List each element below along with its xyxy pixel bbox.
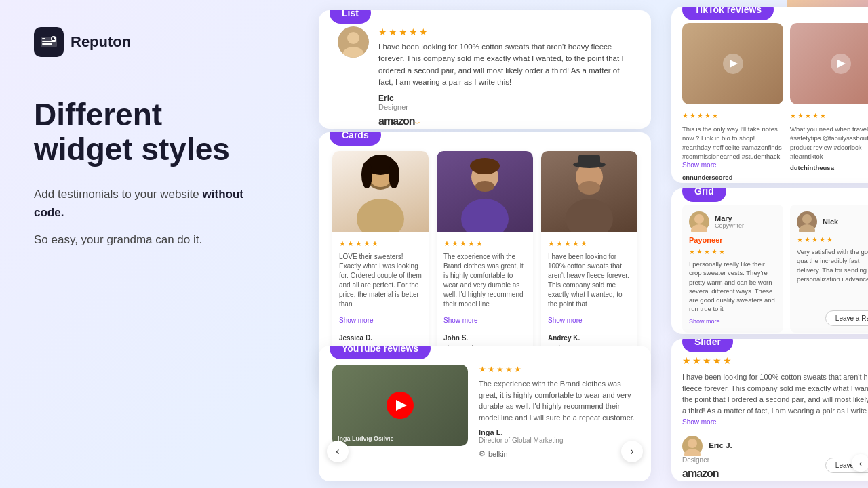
slider-avatar <box>682 436 703 456</box>
slider-nav: ‹ › <box>852 454 868 472</box>
tiktok-1-stars: ★ ★ ★ ★ ★ <box>682 111 783 121</box>
subtext-2: So easy, your grandma can do it. <box>34 230 251 249</box>
logo-icon <box>34 27 64 57</box>
youtube-nav-right[interactable]: › <box>621 441 643 462</box>
grid-reviewer-2-name: Nick <box>823 218 838 226</box>
card-2-stars: ★ ★ ★ ★ ★ <box>443 239 526 248</box>
list-reviewer-role: Designer <box>378 103 632 111</box>
card-person-2 <box>458 151 512 232</box>
tiktok-2-stars: ★ ★ ★ ★ ★ <box>790 111 868 121</box>
list-widget: List ★ ★ ★ ★ ★ I have been looking for 1… <box>319 10 651 129</box>
right-panel: List ★ ★ ★ ★ ★ I have been looking for 1… <box>285 0 868 488</box>
svg-rect-1 <box>42 38 45 39</box>
svg-point-14 <box>361 161 372 188</box>
card-item-2: ★ ★ ★ ★ ★ The experience with the Brand … <box>437 151 533 374</box>
grid-1-stars: ★ ★ ★ ★ ★ <box>689 248 776 256</box>
grid-review-1: Mary Copywriter Payoneer ★ ★ ★ ★ ★ I per… <box>682 205 783 333</box>
svg-point-16 <box>461 199 509 232</box>
slider-show-more[interactable]: Show more <box>682 418 717 426</box>
youtube-review-body: ★ ★ ★ ★ ★ The experience with the Brand … <box>479 365 637 458</box>
youtube-content: Inga Ludvig Osilvie ★ ★ ★ ★ ★ The experi… <box>332 365 637 458</box>
svg-rect-6 <box>52 39 55 40</box>
grid-2-stars: ★ ★ ★ ★ ★ <box>797 236 868 243</box>
youtube-brand: ⚙belkin <box>479 449 637 458</box>
grid-reviewer-1-role: Copywriter <box>715 222 744 229</box>
card-2-text: The experience with the Brand clothes wa… <box>443 252 526 309</box>
tiktok-review-2: ★ ★ ★ ★ ★ What you need when traveling #… <box>790 111 868 182</box>
grid-widget: Grid Mary Copywriter Pa <box>671 188 868 334</box>
svg-point-8 <box>347 32 359 44</box>
grid-reviewer-1-info: Mary Copywriter <box>715 214 744 229</box>
tiktok-reviews-list: ★ ★ ★ ★ ★ This is the only way I'll take… <box>682 111 868 182</box>
tiktok-thumb-2[interactable] <box>790 23 868 104</box>
subtext-1: Add testimonials to your website without… <box>34 185 251 222</box>
grid-avatar-1 <box>689 211 709 232</box>
list-content: ★ ★ ★ ★ ★ I have been looking for 100% c… <box>338 26 632 127</box>
card-item-1: ★ ★ ★ ★ ★ LOVE their sweaters! Exactly w… <box>332 151 429 374</box>
youtube-review-text: The experience with the Brand clothes wa… <box>479 378 637 423</box>
logo-text: Reputon <box>71 33 131 51</box>
tiktok-thumb-1[interactable] <box>682 23 783 104</box>
slider-widget: Slider ★ ★ ★ ★ ★ I have been looking for… <box>671 339 868 481</box>
reputon-icon <box>39 33 58 52</box>
card-item-3: ★ ★ ★ ★ ★ I have been looking for 100% c… <box>541 151 637 374</box>
svg-point-29 <box>802 214 812 224</box>
slider-stars: ★ ★ ★ ★ ★ <box>682 355 868 366</box>
play-triangle-icon <box>396 400 407 411</box>
card-3-show-more[interactable]: Show more <box>548 317 583 324</box>
list-review-body: ★ ★ ★ ★ ★ I have been looking for 100% c… <box>378 26 632 127</box>
tiktok-play-icon-1 <box>730 60 738 68</box>
play-button[interactable] <box>387 392 414 419</box>
grid-reviewer-2-header: Nick <box>797 211 868 232</box>
grid-1-brand: Payoneer <box>689 236 776 244</box>
tiktok-2-user: dutchintheusa <box>790 163 868 172</box>
main-heading: Different widget styles <box>34 98 251 166</box>
tiktok-1-user: cnnunderscored <box>682 173 783 182</box>
grid-1-show-more[interactable]: Show more <box>689 318 720 325</box>
youtube-thumb: Inga Ludvig Osilvie <box>332 365 468 446</box>
card-person-3 <box>562 151 616 232</box>
list-avatar-img <box>338 26 369 58</box>
card-1-text: LOVE their sweaters! Exactly what I was … <box>339 252 422 309</box>
grid-reviewer-1-name: Mary <box>715 214 744 222</box>
cards-badge: Cards <box>330 132 381 146</box>
card-person-1 <box>353 151 408 232</box>
tiktok-1-text: This is the only way I'll take notes now… <box>682 125 783 161</box>
youtube-widget: YouTube reviews Inga Ludvig Osilvie ★ ★ … <box>319 346 651 481</box>
card-photo-2 <box>437 151 533 232</box>
grid-badge: Grid <box>682 188 726 202</box>
list-review-text: I have been looking for 100% cotton swea… <box>378 41 632 88</box>
list-badge: List <box>330 10 371 24</box>
tiktok-play-1[interactable] <box>723 54 743 74</box>
list-reviewer-name: Eric <box>378 94 632 103</box>
card-2-show-more[interactable]: Show more <box>443 317 478 324</box>
svg-point-26 <box>694 214 704 224</box>
grid-leave-review-button[interactable]: Leave a Review <box>825 310 868 326</box>
card-2-name: John S. <box>443 334 468 342</box>
slider-reviewer-name: Eric J. <box>682 436 868 456</box>
tiktok-1-show-more[interactable]: Show more <box>682 161 717 169</box>
logo: Reputon <box>34 27 251 57</box>
svg-point-11 <box>357 199 404 232</box>
svg-point-24 <box>578 181 600 195</box>
youtube-nav-left[interactable]: ‹ <box>327 441 349 462</box>
left-panel: Reputon Different widget styles Add test… <box>0 0 285 488</box>
list-brand-logo: amazon⌣ <box>378 115 632 127</box>
tiktok-play-2[interactable] <box>831 54 851 74</box>
video-label: Inga Ludvig Osilvie <box>338 435 394 442</box>
grid-reviewer-1-header: Mary Copywriter <box>689 211 776 232</box>
tiktok-review-1: ★ ★ ★ ★ ★ This is the only way I'll take… <box>682 111 783 182</box>
slider-nav-left[interactable]: ‹ <box>852 454 868 472</box>
tiktok-play-icon-2 <box>837 60 846 68</box>
card-1-stars: ★ ★ ★ ★ ★ <box>339 239 422 248</box>
tiktok-badge: TikTok reviews <box>682 7 774 20</box>
youtube-stars: ★ ★ ★ ★ ★ <box>479 365 637 374</box>
youtube-reviewer-name: Inga L. <box>479 428 637 436</box>
svg-point-20 <box>566 199 613 232</box>
tiktok-2-text: What you need when traveling #safetytips… <box>790 125 868 161</box>
svg-point-32 <box>688 439 697 448</box>
card-photo-3 <box>541 151 637 232</box>
svg-rect-3 <box>42 43 52 45</box>
card-1-show-more[interactable]: Show more <box>339 317 374 324</box>
cards-grid: ★ ★ ★ ★ ★ LOVE their sweaters! Exactly w… <box>332 151 637 374</box>
